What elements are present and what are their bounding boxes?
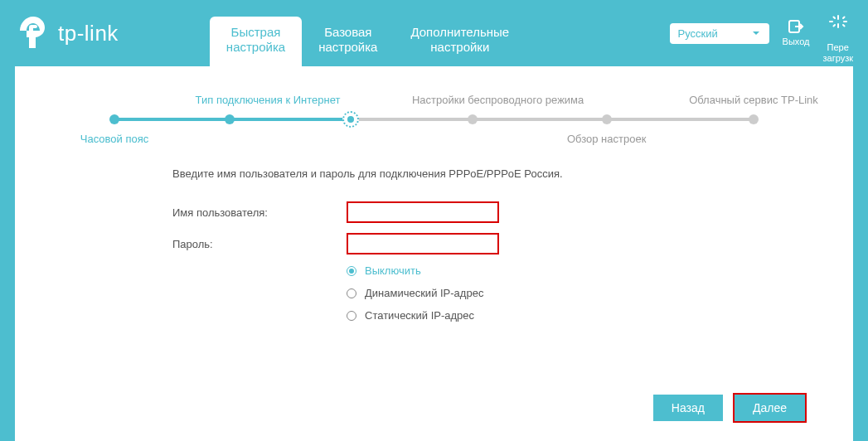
username-input[interactable] <box>347 201 499 223</box>
reload-button[interactable]: Пере загрузк <box>822 2 853 65</box>
step-wireless: Настройки беспроводного режима <box>412 94 584 106</box>
main-tabs: Быстрая настройка Базовая настройка Допо… <box>210 17 526 66</box>
username-label: Имя пользователя: <box>172 206 347 219</box>
radio-option-static[interactable]: Статический IP-адрес <box>347 309 820 322</box>
brand-logo: tp-link <box>15 15 119 51</box>
radio-icon <box>347 311 356 321</box>
tab-advanced-setup[interactable]: Дополнительные настройки <box>394 17 526 66</box>
password-label: Пароль: <box>172 238 347 250</box>
language-value: Русский <box>678 27 718 40</box>
step-connection: Тип подключения к Интернет <box>196 94 341 106</box>
step-cloud: Облачный сервис TP-Link <box>689 94 818 106</box>
radio-option-off[interactable]: Выключить <box>347 264 820 277</box>
radio-option-dynamic[interactable]: Динамический IP-адрес <box>347 287 820 299</box>
radio-icon <box>347 266 356 276</box>
step-timezone: Часовой пояс <box>80 133 148 145</box>
logout-button[interactable]: Выход <box>783 18 810 47</box>
logout-icon <box>787 18 805 35</box>
brand-name: tp-link <box>58 21 119 46</box>
radio-icon <box>347 288 356 298</box>
next-button[interactable]: Далее <box>735 395 805 421</box>
language-select[interactable]: Русский <box>670 23 769 44</box>
password-input[interactable] <box>347 233 499 254</box>
chevron-down-icon <box>751 28 761 38</box>
tab-quick-setup[interactable]: Быстрая настройка <box>210 17 302 66</box>
tab-basic-setup[interactable]: Базовая настройка <box>302 17 394 66</box>
main-panel: Часовой пояс Тип подключения к Интернет … <box>15 66 853 441</box>
back-button[interactable]: Назад <box>653 395 723 421</box>
tplink-logo-icon <box>15 15 51 51</box>
step-summary: Обзор настроек <box>567 133 646 145</box>
reload-icon <box>829 13 847 30</box>
form-intro: Введите имя пользователя и пароль для по… <box>172 167 820 180</box>
setup-stepper: Часовой пояс Тип подключения к Интернет … <box>114 118 754 121</box>
